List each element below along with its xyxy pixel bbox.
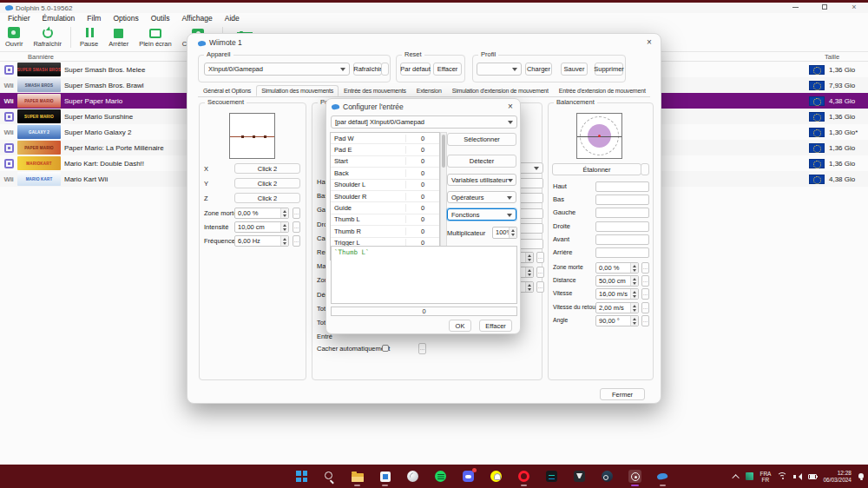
file-explorer-icon[interactable] — [351, 470, 364, 483]
autohide-checkbox[interactable] — [382, 345, 389, 352]
advanced-settings-button[interactable]: … — [641, 302, 649, 313]
spinner-arrows-icon[interactable] — [630, 303, 638, 313]
spinner-arrows-icon[interactable] — [525, 253, 533, 262]
reset-clear-button[interactable]: Effacer — [433, 63, 462, 76]
menu-affichage[interactable]: Affichage — [175, 13, 218, 23]
swing-field-input[interactable] — [595, 195, 649, 205]
input-table-row[interactable]: Pad E0 — [331, 144, 439, 155]
spinner-arrows-icon[interactable] — [280, 208, 288, 218]
toolbar-pause[interactable]: Pause — [75, 23, 103, 51]
menu-outils[interactable]: Outils — [145, 13, 176, 23]
close-icon[interactable]: × — [643, 37, 655, 47]
microsoft-store-icon[interactable] — [378, 470, 391, 483]
detect-button[interactable]: Détecter — [447, 155, 516, 168]
minimize-button[interactable] — [785, 3, 806, 13]
profile-delete-button[interactable]: Supprimer — [595, 63, 623, 76]
shake-setting-spinner[interactable]: 0,00 % — [234, 208, 289, 219]
refresh-button[interactable]: Rafraîchir — [353, 63, 382, 76]
input-device-combo[interactable]: [par défaut] XInput/0/Gamepad — [331, 115, 517, 129]
input-table-row[interactable]: Back0 — [331, 168, 439, 179]
menu-fichier[interactable]: Fichier — [2, 13, 36, 23]
input-table-row[interactable]: Shoulder L0 — [331, 180, 439, 191]
wifi-icon[interactable] — [777, 472, 787, 481]
input-table-row[interactable]: Shoulder R0 — [331, 191, 439, 202]
swing-field-input[interactable] — [595, 208, 649, 218]
close-button[interactable]: × — [844, 3, 865, 13]
swing-setting-spinner[interactable]: 2,00 m/s — [595, 302, 639, 313]
spinner-arrows-icon[interactable] — [630, 316, 638, 326]
tab-entree-d-extension-de-mouvement[interactable]: Entrée d'extension de mouvement — [554, 85, 651, 96]
battery-icon[interactable] — [808, 474, 817, 479]
device-combo[interactable]: XInput/0/Gamepad — [204, 63, 350, 76]
advanced-settings-button[interactable]: … — [536, 267, 544, 278]
tab-simulation-des-mouvements[interactable]: Simulation des mouvements — [256, 85, 339, 96]
profile-load-button[interactable]: Charger — [525, 63, 552, 76]
title-bar[interactable]: Dolphin 5.0-19562 × — [0, 3, 868, 13]
swing-setting-spinner[interactable]: 90,00 ° — [595, 315, 639, 326]
advanced-settings-button[interactable]: … — [536, 252, 544, 263]
toolbar-arreter[interactable]: Arrêter — [103, 23, 134, 51]
notifications-bell-icon[interactable] — [858, 473, 865, 480]
discord-icon[interactable] — [462, 470, 475, 483]
dolphin-wheel-icon[interactable] — [628, 470, 641, 483]
shake-axis-binding-button[interactable]: Click 2 — [234, 178, 300, 188]
app-dark-t-icon[interactable] — [573, 470, 586, 483]
combo-variables-utilisateur[interactable]: Variables utilisateur — [447, 174, 516, 186]
input-table-row[interactable]: Guide0 — [331, 202, 439, 214]
column-size[interactable]: Taille — [825, 53, 839, 61]
menu-film[interactable]: Film — [81, 13, 107, 23]
advanced-settings-button[interactable]: … — [418, 343, 426, 354]
spinner-arrows-icon[interactable] — [630, 263, 638, 273]
advanced-settings-button[interactable]: … — [293, 208, 300, 219]
volume-icon[interactable] — [793, 472, 802, 481]
opera-icon[interactable] — [517, 470, 530, 483]
spinner-arrows-icon[interactable] — [509, 228, 516, 238]
toolbar-plein-ecran[interactable]: Plein écran — [134, 23, 177, 51]
tray-app-icon[interactable] — [746, 472, 753, 480]
tab-extension[interactable]: Extension — [411, 85, 447, 96]
shake-axis-binding-button[interactable]: Click 2 — [234, 163, 300, 174]
tab-entree-des-mouvements[interactable]: Entrée des mouvements — [339, 85, 411, 96]
tray-expand-icon[interactable] — [733, 474, 740, 481]
start-icon[interactable] — [295, 470, 308, 483]
ok-button[interactable]: OK — [449, 320, 471, 332]
tab-general-et-options[interactable]: Général et Options — [198, 85, 256, 96]
multiplier-spinner[interactable]: 100% — [492, 227, 517, 239]
close-icon[interactable]: × — [504, 102, 516, 111]
toolbar-ouvrir[interactable]: Ouvrir — [0, 23, 28, 51]
app-dark-teal-icon[interactable] — [545, 470, 558, 483]
language-indicator[interactable]: FRA FR — [760, 471, 771, 483]
advanced-settings-button[interactable]: … — [641, 315, 649, 326]
input-table-row[interactable]: Thumb L0 — [331, 214, 439, 226]
profile-save-button[interactable]: Sauver — [561, 63, 588, 76]
combo-fonctions[interactable]: Fonctions — [447, 208, 516, 221]
refresh-dropdown-button[interactable] — [381, 63, 389, 76]
swing-setting-spinner[interactable]: 50,00 cm — [595, 275, 639, 287]
input-table-row[interactable]: Start0 — [331, 156, 439, 168]
shake-setting-spinner[interactable]: 6,00 Hz — [234, 235, 289, 247]
clear-button[interactable]: Effacer — [479, 320, 512, 332]
swing-setting-spinner[interactable]: 0,00 % — [595, 262, 639, 274]
calibrate-button[interactable]: Étalonner — [552, 163, 641, 175]
swing-field-input[interactable] — [595, 247, 649, 258]
shake-axis-binding-button[interactable]: Click 2 — [234, 193, 300, 203]
input-table[interactable]: Pad W0Pad E0Start0Back0Shoulder L0Should… — [330, 132, 440, 260]
xbox-icon[interactable] — [406, 470, 419, 483]
input-table-row[interactable]: Pad W0 — [331, 133, 439, 144]
toolbar-rafraichir[interactable]: Rafraîchir — [28, 23, 67, 51]
menu-aide[interactable]: Aide — [219, 13, 246, 23]
advanced-settings-button[interactable]: … — [293, 221, 300, 233]
advanced-settings-button[interactable]: … — [536, 281, 544, 293]
scrollbar-thumb[interactable] — [442, 135, 445, 168]
reset-default-button[interactable]: Par défaut — [400, 63, 431, 76]
spinner-arrows-icon[interactable] — [280, 222, 288, 232]
swing-field-input[interactable] — [595, 221, 649, 232]
swing-field-input[interactable] — [595, 181, 649, 192]
advanced-settings-button[interactable]: … — [293, 235, 300, 247]
snapchat-icon[interactable] — [490, 470, 503, 483]
menu-emulation[interactable]: Émulation — [36, 13, 82, 23]
profile-combo[interactable] — [477, 63, 522, 76]
maximize-button[interactable] — [814, 3, 835, 13]
column-banner[interactable]: Bannière — [19, 53, 62, 61]
spinner-arrows-icon[interactable] — [630, 276, 638, 286]
